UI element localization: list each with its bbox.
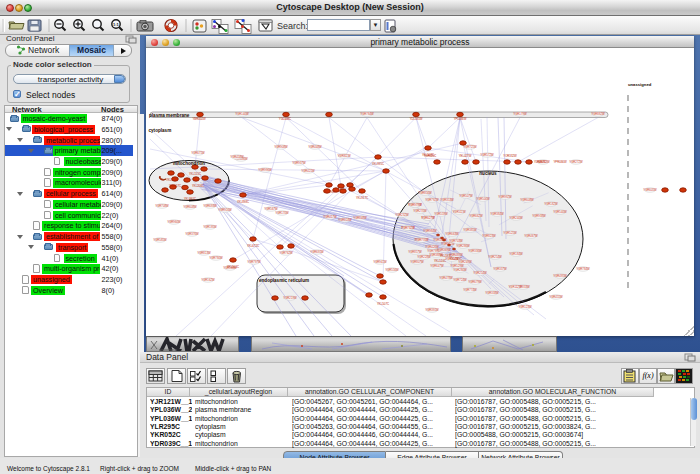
- svg-text:YGR478W: YGR478W: [439, 276, 453, 280]
- svg-text:YGR559W: YGR559W: [434, 212, 448, 216]
- svg-text:YKL510C: YKL510C: [434, 259, 446, 263]
- svg-text:YGR608W: YGR608W: [520, 198, 534, 202]
- svg-text:YGR511W: YGR511W: [452, 210, 466, 214]
- svg-text:YGR140W: YGR140W: [235, 112, 249, 116]
- svg-text:YGR774W: YGR774W: [463, 288, 477, 292]
- svg-text:YDL185W: YDL185W: [410, 117, 423, 121]
- svg-text:YGR691W: YGR691W: [310, 250, 324, 254]
- svg-text:YGR417W: YGR417W: [323, 215, 337, 219]
- svg-text:YGR724W: YGR724W: [453, 278, 467, 282]
- svg-text:YGR353W: YGR353W: [440, 198, 454, 202]
- svg-text:YGR540W: YGR540W: [553, 210, 567, 214]
- svg-text:YGR280W: YGR280W: [453, 268, 467, 272]
- svg-text:YGR337W: YGR337W: [493, 267, 507, 271]
- svg-text:YGR529W: YGR529W: [450, 264, 464, 268]
- svg-text:YGR627W: YGR627W: [421, 216, 435, 220]
- svg-text:YGR608W: YGR608W: [183, 205, 197, 209]
- svg-text:YKL206C: YKL206C: [192, 184, 204, 188]
- svg-text:YGR585W: YGR585W: [153, 238, 167, 242]
- svg-text:plasma membrane: plasma membrane: [149, 113, 190, 118]
- svg-text:YKL155C: YKL155C: [189, 172, 201, 176]
- svg-text:YGR811W: YGR811W: [337, 154, 351, 158]
- svg-text:YGR123W: YGR123W: [518, 305, 532, 309]
- svg-text:YGR605W: YGR605W: [643, 188, 657, 192]
- svg-text:YGR856W: YGR856W: [418, 191, 432, 195]
- svg-text:YKL995C: YKL995C: [372, 162, 384, 166]
- svg-text:YKL507C: YKL507C: [377, 302, 389, 306]
- svg-text:YGR495W: YGR495W: [553, 274, 567, 278]
- svg-text:YGR219W: YGR219W: [283, 296, 297, 300]
- svg-text:YGR369W: YGR369W: [437, 248, 451, 252]
- svg-text:cytoplasm: cytoplasm: [149, 128, 172, 133]
- svg-text:YGR112W: YGR112W: [508, 285, 522, 289]
- svg-text:YGR770W: YGR770W: [415, 238, 429, 242]
- svg-text:YGR708W: YGR708W: [155, 204, 169, 208]
- svg-text:YGR556W: YGR556W: [385, 268, 399, 272]
- svg-text:YGR662W: YGR662W: [469, 214, 483, 218]
- svg-text:YGR458W: YGR458W: [230, 155, 244, 159]
- svg-text:YGR792W: YGR792W: [425, 198, 439, 202]
- svg-text:YGR162W: YGR162W: [201, 278, 215, 282]
- svg-text:YGR467W: YGR467W: [524, 234, 538, 238]
- svg-text:YGR195W: YGR195W: [203, 225, 217, 229]
- svg-text:YGR376W: YGR376W: [185, 232, 199, 236]
- svg-text:mitochondrion: mitochondrion: [173, 161, 205, 166]
- svg-text:YGR984W: YGR984W: [423, 229, 437, 233]
- svg-text:YKL672C: YKL672C: [247, 244, 259, 248]
- svg-text:YGR647W: YGR647W: [430, 264, 444, 268]
- svg-text:YKL898C: YKL898C: [237, 200, 249, 204]
- svg-text:YGR286W: YGR286W: [456, 244, 470, 248]
- svg-text:YGR937W: YGR937W: [292, 161, 306, 165]
- svg-text:YGR228W: YGR228W: [417, 255, 431, 259]
- svg-text:YGR500W: YGR500W: [476, 197, 490, 201]
- svg-text:YGR908W: YGR908W: [274, 145, 288, 149]
- svg-text:YGR254W: YGR254W: [488, 255, 502, 259]
- svg-text:YGR179W: YGR179W: [513, 112, 527, 116]
- svg-text:YGR732W: YGR732W: [401, 226, 415, 230]
- svg-text:YGR780W: YGR780W: [209, 256, 223, 260]
- svg-text:YGR338W: YGR338W: [485, 291, 499, 295]
- svg-text:YGR996W: YGR996W: [258, 168, 272, 172]
- svg-text:endoplasmic reticulum: endoplasmic reticulum: [259, 278, 309, 283]
- svg-text:YGR663W: YGR663W: [445, 232, 459, 236]
- svg-text:YGR857W: YGR857W: [408, 250, 422, 254]
- svg-text:YGR960W: YGR960W: [167, 220, 181, 224]
- svg-text:YGR784W: YGR784W: [576, 267, 590, 271]
- svg-text:YGR384W: YGR384W: [490, 212, 504, 216]
- svg-text:YBR054W: YBR054W: [192, 117, 205, 121]
- svg-text:YGR254W: YGR254W: [473, 271, 487, 275]
- svg-text:1:1: 1:1: [113, 22, 120, 27]
- svg-text:YGR525W: YGR525W: [503, 231, 517, 235]
- svg-text:YGR270W: YGR270W: [413, 209, 427, 213]
- svg-text:YGR784W: YGR784W: [360, 112, 374, 116]
- svg-text:YGR572W: YGR572W: [480, 153, 494, 157]
- svg-text:YGR725W: YGR725W: [463, 145, 477, 149]
- svg-text:YKL567C: YKL567C: [169, 184, 181, 188]
- svg-text:YOR332W: YOR332W: [503, 154, 517, 158]
- svg-text:unassigned: unassigned: [628, 82, 652, 87]
- svg-text:YGR797W: YGR797W: [247, 260, 261, 264]
- svg-text:YGR020C: YGR020C: [424, 154, 437, 158]
- svg-text:YGR848W: YGR848W: [353, 216, 367, 220]
- svg-text:YGR823W: YGR823W: [482, 234, 496, 238]
- svg-text:YKL503C: YKL503C: [166, 178, 178, 182]
- svg-text:YGR762W: YGR762W: [279, 251, 293, 255]
- svg-text:YGR916W: YGR916W: [218, 208, 232, 212]
- svg-text:YGR941W: YGR941W: [373, 260, 387, 264]
- svg-text:YGR938W: YGR938W: [532, 214, 546, 218]
- svg-text:YGR992W: YGR992W: [498, 195, 512, 199]
- svg-text:YGR240W: YGR240W: [509, 216, 523, 220]
- svg-text:YGR184W: YGR184W: [509, 252, 523, 256]
- svg-text:YGR170W: YGR170W: [275, 211, 289, 215]
- svg-text:YKL501C: YKL501C: [227, 265, 239, 269]
- svg-text:YKL917C: YKL917C: [356, 196, 368, 200]
- svg-text:YKL749C: YKL749C: [450, 257, 462, 261]
- svg-text:YGR818W: YGR818W: [338, 218, 352, 222]
- svg-text:YLR447C: YLR447C: [534, 160, 546, 164]
- svg-text:YGR679W: YGR679W: [468, 280, 482, 284]
- svg-text:nucleus: nucleus: [479, 171, 497, 176]
- svg-text:YPR036W: YPR036W: [553, 160, 566, 164]
- svg-text:YKL796C: YKL796C: [323, 190, 335, 194]
- svg-text:YGR385W: YGR385W: [463, 228, 477, 232]
- svg-text:YGR336W: YGR336W: [468, 249, 482, 253]
